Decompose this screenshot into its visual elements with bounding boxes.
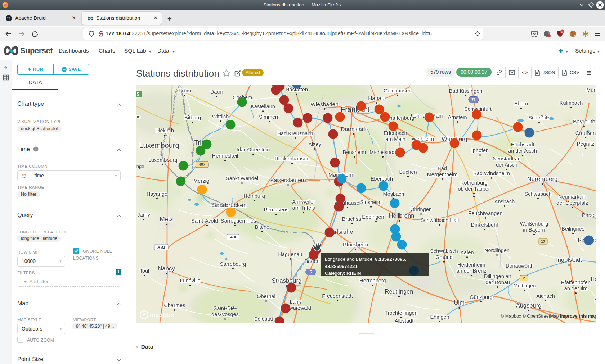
svg-text:ange: ange	[136, 164, 144, 169]
svg-text:Pegnitz: Pegnitz	[577, 141, 594, 147]
svg-text:13: 13	[541, 240, 545, 244]
svg-text:Hermeskeil: Hermeskeil	[212, 153, 238, 159]
svg-text:Freudenstadt: Freudenstadt	[322, 293, 353, 299]
svg-text:Lunéville: Lunéville	[180, 278, 200, 283]
svg-text:an der Aisch: an der Aisch	[508, 148, 537, 154]
svg-text:Prüm: Prüm	[179, 88, 191, 94]
svg-text:Bruchsal: Bruchsal	[342, 216, 362, 222]
svg-text:Aalen: Aalen	[460, 250, 474, 255]
svg-text:Dillingen an: Dillingen an	[484, 273, 511, 279]
svg-text:Diekirch: Diekirch	[155, 128, 174, 133]
svg-text:Kulmbach: Kulmbach	[560, 100, 583, 106]
svg-text:Weißenburg: Weißenburg	[520, 221, 548, 227]
svg-text:der Aisch: der Aisch	[496, 162, 517, 168]
svg-text:Sankt Wendel: Sankt Wendel	[226, 176, 258, 181]
svg-text:Wittlich: Wittlich	[212, 114, 229, 119]
svg-text:Pfaffenhofen: Pfaffenhofen	[561, 279, 591, 285]
svg-text:407: 407	[199, 162, 205, 167]
svg-text:Augsburg: Augsburg	[516, 302, 542, 309]
svg-text:Herrenberg: Herrenberg	[359, 278, 386, 283]
svg-text:Nördlingen: Nördlingen	[484, 247, 510, 253]
svg-text:Wiesbaden: Wiesbaden	[310, 101, 339, 107]
svg-text:Saint-Avold: Saint-Avold	[191, 218, 218, 224]
svg-text:Aichach: Aichach	[536, 293, 555, 299]
svg-text:Schwabach: Schwabach	[525, 191, 552, 197]
svg-text:Ingolstadt: Ingolstadt	[556, 256, 582, 263]
svg-text:Luxembourg: Luxembourg	[139, 141, 179, 149]
svg-text:Toul: Toul	[140, 268, 149, 274]
svg-text:Meitingen: Meitingen	[514, 283, 536, 288]
svg-text:Kaiserslautern: Kaiserslautern	[270, 177, 306, 183]
svg-text:Merzig: Merzig	[193, 178, 209, 184]
svg-text:Strasbourg: Strasbourg	[272, 277, 301, 284]
svg-text:5: 5	[137, 92, 139, 97]
svg-text:2: 2	[561, 30, 563, 33]
svg-text:Nuremberg: Nuremberg	[527, 176, 557, 182]
svg-text:Mergentheim: Mergentheim	[427, 172, 458, 177]
svg-text:Annweiler: Annweiler	[292, 199, 315, 205]
svg-text:Hayange: Hayange	[147, 191, 167, 197]
svg-text:A 4: A 4	[230, 235, 236, 239]
svg-text:Günzburg: Günzburg	[470, 294, 493, 300]
svg-text:Simmern: Simmern	[259, 114, 280, 120]
svg-text:Mosbach: Mosbach	[383, 191, 404, 197]
svg-text:2: 2	[523, 276, 525, 280]
svg-text:71: 71	[471, 97, 476, 102]
svg-text:der Oberpfalz: der Oberpfalz	[556, 200, 588, 206]
svg-text:Arnstein: Arnstein	[448, 114, 467, 120]
svg-text:Ulm: Ulm	[454, 299, 465, 306]
svg-text:Saarbrücken: Saarbrücken	[212, 202, 247, 209]
svg-text:ob der Tauber: ob der Tauber	[458, 186, 490, 192]
svg-text:Bad Kreuznach: Bad Kreuznach	[277, 131, 313, 136]
svg-text:Bitche: Bitche	[255, 224, 269, 230]
svg-text:Kastellaun: Kastellaun	[251, 104, 275, 109]
svg-text:Feuchtwangen: Feuchtwangen	[468, 210, 502, 216]
svg-text:Idar-Oberstein: Idar-Oberstein	[237, 147, 270, 153]
svg-text:Metz: Metz	[160, 216, 173, 223]
svg-text:Ansbach: Ansbach	[494, 199, 515, 204]
svg-text:Gmünd: Gmünd	[435, 254, 453, 260]
svg-text:am Trifels: am Trifels	[292, 205, 315, 211]
svg-text:Bad Kissingen: Bad Kissingen	[449, 88, 483, 94]
svg-text:an der Brenz: an der Brenz	[456, 268, 486, 274]
svg-text:Neustadt an: Neustadt an	[493, 156, 521, 161]
svg-text:Parsbe: Parsbe	[582, 212, 596, 218]
svg-text:Heidenheim: Heidenheim	[457, 262, 485, 268]
svg-text:Jarny: Jarny	[137, 212, 150, 218]
svg-text:Bitburg: Bitburg	[184, 115, 201, 120]
svg-text:Neumarkt in: Neumarkt in	[558, 194, 586, 200]
svg-text:Ebern: Ebern	[514, 101, 528, 106]
svg-text:5: 5	[310, 270, 312, 274]
svg-text:Ehingen: Ehingen	[430, 314, 449, 320]
svg-text:Saint-Dié-: Saint-Dié-	[214, 305, 237, 311]
svg-text:Trochtelfingen: Trochtelfingen	[385, 310, 417, 316]
svg-text:A 31: A 31	[157, 245, 165, 249]
svg-text:© Mapbox © OpenStreetMap Impro: © Mapbox © OpenStreetMap Improve this ma…	[501, 314, 596, 319]
svg-text:Michelstadt: Michelstadt	[369, 149, 396, 155]
svg-text:Pforzheim: Pforzheim	[343, 241, 368, 247]
svg-text:Münch: Münch	[586, 87, 596, 93]
svg-text:Bad: Bad	[438, 165, 447, 171]
svg-text:Dinkelsbühl: Dinkelsbühl	[471, 222, 498, 228]
svg-text:Höchstadt: Höchstadt	[511, 142, 534, 147]
svg-text:Reutlingen: Reutlingen	[385, 288, 413, 295]
svg-text:Scheßlitz: Scheßlitz	[528, 115, 550, 120]
svg-text:Rothenburg: Rothenburg	[460, 180, 488, 186]
svg-text:Buchen: Buchen	[399, 169, 417, 175]
svg-text:Donauwörth: Donauwörth	[506, 263, 534, 269]
svg-text:Nancy: Nancy	[158, 265, 175, 272]
svg-text:Creußen: Creußen	[575, 130, 596, 136]
svg-text:Heilbronn: Heilbronn	[389, 212, 414, 219]
svg-text:Schwäbisch: Schwäbisch	[430, 248, 458, 254]
svg-text:Alzey: Alzey	[308, 141, 321, 147]
svg-text:Pirmasens: Pirmasens	[264, 207, 289, 213]
svg-text:Beilngries: Beilngries	[561, 226, 584, 232]
svg-text:Eberbach: Eberbach	[371, 176, 393, 182]
svg-text:Erlenbach: Erlenbach	[384, 130, 407, 136]
svg-text:Schwäbisch Hall: Schwäbisch Hall	[421, 217, 459, 223]
svg-text:Iphofen: Iphofen	[471, 147, 489, 153]
svg-text:Obernai: Obernai	[257, 294, 275, 299]
svg-text:Bad Windsheim: Bad Windsheim	[473, 170, 510, 176]
svg-text:Freis: Freis	[594, 298, 596, 304]
svg-text:des-Vosges: des-Vosges	[211, 311, 239, 317]
